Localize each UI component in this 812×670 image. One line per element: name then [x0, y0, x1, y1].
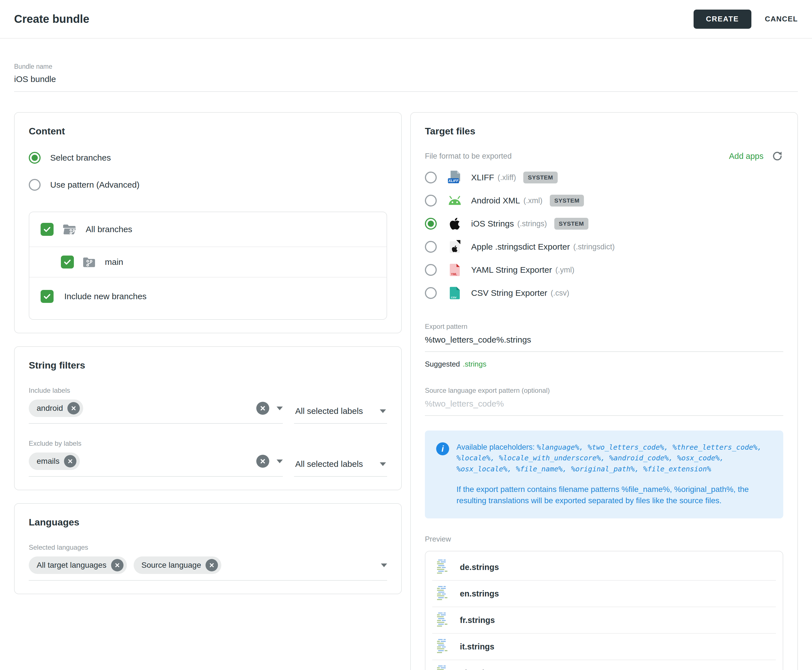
radio-unchecked-icon[interactable]	[425, 172, 437, 183]
info-icon: i	[436, 442, 449, 455]
languages-input[interactable]: All target languages Source language	[29, 552, 387, 581]
preview-row: en.strings	[425, 581, 783, 607]
info-intro: Available placeholders:	[456, 443, 534, 452]
close-icon[interactable]	[68, 402, 80, 415]
android-icon	[447, 196, 463, 206]
bundle-name-field[interactable]: Bundle name iOS bundle	[14, 39, 798, 92]
target-files-title: Target files	[425, 126, 783, 137]
format-option-ios-strings[interactable]: iOS Strings (.strings) SYSTEM	[425, 212, 783, 235]
file-format-label: File format to be exported	[425, 152, 512, 161]
radio-unchecked-icon[interactable]	[29, 179, 41, 191]
radio-checked-icon[interactable]	[425, 218, 437, 230]
format-option-stringsdict[interactable]: Apple .stringsdict Exporter (.stringsdic…	[425, 235, 783, 258]
apple-icon	[447, 217, 463, 230]
xliff-file-icon: XLIFF	[447, 170, 463, 185]
left-column: Content Select branches Use pattern (Adv…	[14, 112, 402, 594]
preview-box: de.strings en.strings	[425, 551, 783, 670]
language-chip-all-target: All target languages	[29, 557, 127, 574]
format-option-yaml[interactable]: YML YAML String Exporter (.yml)	[425, 258, 783, 281]
page-title: Create bundle	[14, 13, 89, 25]
include-labels-label: Include labels	[29, 387, 387, 394]
close-icon[interactable]	[64, 455, 76, 467]
format-option-android-xml[interactable]: Android XML (.xml) SYSTEM	[425, 189, 783, 212]
suggested-extension-link[interactable]: .strings	[463, 360, 487, 368]
format-option-csv[interactable]: CSV CSV String Exporter (.csv)	[425, 281, 783, 305]
close-icon[interactable]	[111, 559, 124, 571]
exclude-mode-select[interactable]: All selected labels	[294, 454, 387, 477]
caret-down-icon[interactable]	[380, 462, 386, 466]
svg-text:XLIFF: XLIFF	[448, 179, 459, 183]
content-title: Content	[29, 126, 387, 137]
yaml-file-icon: YML	[447, 263, 463, 277]
source-pattern-input[interactable]: %two_letters_code%	[425, 394, 783, 416]
close-icon[interactable]	[205, 559, 218, 571]
caret-down-icon[interactable]	[276, 406, 283, 410]
radio-checked-icon[interactable]	[29, 152, 41, 164]
radio-unchecked-icon[interactable]	[425, 195, 437, 206]
main-content: Bundle name iOS bundle Content Select br…	[0, 39, 812, 670]
topbar: Create bundle CREATE CANCEL	[0, 0, 812, 39]
refresh-icon[interactable]	[771, 150, 783, 162]
add-apps-link[interactable]: Add apps	[729, 150, 783, 162]
system-badge: SYSTEM	[523, 172, 558, 183]
placeholders-info-box: i Available placeholders: %language%, %t…	[425, 430, 783, 518]
include-labels-input[interactable]: android	[29, 394, 283, 424]
exclude-labels-label: Exclude by labels	[29, 440, 387, 447]
csv-file-icon: CSV	[447, 286, 463, 300]
suggested-label: Suggested	[425, 360, 460, 368]
caret-down-icon[interactable]	[380, 409, 386, 413]
info-note: If the export pattern contains filename …	[456, 484, 771, 506]
checkbox-checked-icon[interactable]	[41, 290, 54, 303]
radio-use-pattern[interactable]: Use pattern (Advanced)	[29, 179, 387, 191]
branch-row-all[interactable]: All branches	[29, 212, 387, 247]
cancel-button[interactable]: CANCEL	[765, 15, 798, 24]
bundle-name-input[interactable]: iOS bundle	[14, 74, 798, 84]
include-new-branches-label: Include new branches	[64, 292, 147, 301]
clear-icon[interactable]	[256, 455, 269, 468]
strings-file-icon	[437, 665, 450, 670]
radio-select-branches[interactable]: Select branches	[29, 152, 387, 164]
languages-card: Languages Selected languages All target …	[14, 503, 402, 594]
create-button[interactable]: CREATE	[693, 10, 751, 29]
topbar-actions: CREATE CANCEL	[693, 10, 798, 29]
suggested-row: Suggested.strings	[425, 360, 783, 369]
string-filters-title: String filters	[29, 360, 387, 371]
all-branches-label: All branches	[86, 225, 132, 234]
branch-main-label: main	[105, 257, 123, 267]
string-filters-card: String filters Include labels android	[14, 346, 402, 490]
export-pattern-input[interactable]: %two_letters_code%.strings	[425, 330, 783, 352]
source-pattern-label: Source language export pattern (optional…	[425, 387, 783, 394]
strings-file-icon	[437, 559, 450, 575]
radio-unchecked-icon[interactable]	[425, 287, 437, 299]
language-chip-source: Source language	[134, 557, 222, 574]
preview-row: de.strings	[425, 554, 783, 580]
right-column: Target files File format to be exported …	[410, 112, 798, 670]
caret-down-icon[interactable]	[276, 460, 283, 463]
preview-row: uk.strings	[425, 660, 783, 670]
strings-file-icon	[437, 612, 450, 628]
branches-box: All branches	[29, 211, 387, 320]
content-card: Content Select branches Use pattern (Adv…	[14, 112, 402, 333]
radio-unchecked-icon[interactable]	[425, 241, 437, 253]
radio-unchecked-icon[interactable]	[425, 264, 437, 276]
strings-file-icon	[437, 585, 450, 602]
checkbox-checked-icon[interactable]	[61, 255, 74, 269]
clear-icon[interactable]	[256, 402, 269, 415]
system-badge: SYSTEM	[550, 195, 584, 206]
caret-down-icon[interactable]	[381, 563, 387, 567]
radio-use-pattern-label: Use pattern (Advanced)	[50, 180, 139, 189]
include-mode-select[interactable]: All selected labels	[294, 401, 387, 424]
selected-languages-label: Selected languages	[29, 543, 387, 552]
radio-select-branches-label: Select branches	[50, 153, 111, 162]
format-option-xliff[interactable]: XLIFF XLIFF (.xliff) SYSTEM	[425, 166, 783, 189]
open-folder-branch-icon	[62, 223, 77, 235]
exclude-labels-input[interactable]: emails	[29, 447, 283, 477]
label-chip-android: android	[29, 399, 83, 417]
format-list: XLIFF XLIFF (.xliff) SYSTEM	[425, 166, 783, 305]
languages-title: Languages	[29, 517, 387, 528]
checkbox-checked-icon[interactable]	[41, 223, 54, 236]
label-chip-emails: emails	[29, 452, 80, 470]
export-pattern-label: Export pattern	[425, 323, 783, 330]
include-new-branches-row[interactable]: Include new branches	[29, 277, 387, 319]
branch-row-main[interactable]: main	[29, 247, 387, 277]
